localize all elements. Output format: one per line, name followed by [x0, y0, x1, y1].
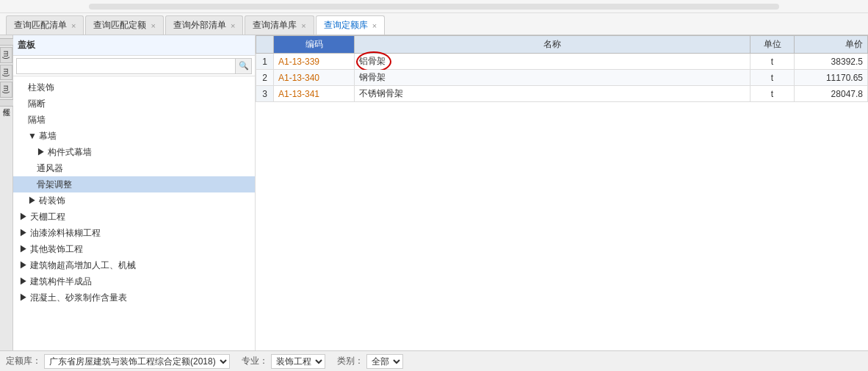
- tree-item[interactable]: 骨架调整: [13, 176, 255, 192]
- tab-tab3[interactable]: 查询外部清单×: [165, 15, 243, 35]
- tab-label: 查询清单库: [253, 19, 297, 32]
- side-label-item[interactable]: 层性: [0, 99, 14, 107]
- col-header-rownum: [256, 36, 274, 54]
- tree-area: 柱装饰隔断隔墙▼ 幕墙▶ 构件式幕墙通风器骨架调整▶ 砖装饰▶ 天棚工程▶ 油漆…: [13, 76, 255, 350]
- col-header-0: 编码: [274, 36, 355, 54]
- tab-close-icon[interactable]: ×: [372, 21, 377, 30]
- specialty-select[interactable]: 装饰工程: [271, 354, 325, 369]
- quota-select[interactable]: 广东省房屋建筑与装饰工程综合定额(2018): [44, 354, 230, 369]
- tree-item[interactable]: ▶ 建筑构件半成品: [13, 273, 255, 289]
- search-input[interactable]: [16, 58, 236, 74]
- tree-item[interactable]: ▶ 砖装饰: [13, 192, 255, 209]
- category-item: 类别： 全部: [337, 354, 403, 369]
- row-unit: t: [751, 54, 795, 70]
- row-number: 1: [256, 54, 274, 70]
- tree-item[interactable]: ▶ 油漆涂料裱糊工程: [13, 225, 255, 241]
- row-price: 11170.65: [795, 70, 868, 86]
- panel-header: 盖板: [13, 35, 255, 56]
- tab-label: 查询定额库: [324, 19, 368, 32]
- row-price: 38392.5: [795, 54, 868, 70]
- tree-item[interactable]: ▶ 其他装饰工程: [13, 241, 255, 257]
- row-unit: t: [751, 70, 795, 86]
- data-table: 编码名称单位单价 1A1-13-339铝骨架t38392.52A1-13-340…: [256, 35, 868, 102]
- col-header-2: 单位: [751, 36, 795, 54]
- row-number: 2: [256, 70, 274, 86]
- tree-item[interactable]: ▶ 天棚工程: [13, 209, 255, 225]
- table-scroll[interactable]: 编码名称单位单价 1A1-13-339铝骨架t38392.52A1-13-340…: [256, 35, 868, 350]
- table-row[interactable]: 3A1-13-341不锈钢骨架t28047.8: [256, 86, 868, 102]
- category-select[interactable]: 全部: [366, 354, 403, 369]
- tab-label: 查询外部清单: [173, 19, 226, 32]
- tab-close-icon[interactable]: ×: [301, 21, 305, 30]
- row-number: 3: [256, 86, 274, 102]
- tree-item[interactable]: ▶ 混凝土、砂浆制作含量表: [13, 289, 255, 306]
- side-label-item[interactable]: m): [0, 82, 12, 98]
- col-header-3: 单价: [795, 36, 868, 54]
- scrollbar-track[interactable]: [89, 4, 778, 10]
- row-name: 铝骨架: [355, 54, 751, 70]
- tree-item[interactable]: ▶ 建筑物超高增加人工、机械: [13, 257, 255, 273]
- tree-item[interactable]: ▶ 构件式幕墙: [13, 144, 255, 160]
- row-name: 钢骨架: [355, 70, 751, 86]
- search-bar: 🔍: [13, 56, 255, 76]
- bottom-bar: 定额库： 广东省房屋建筑与装饰工程综合定额(2018) 专业： 装饰工程 类别：…: [0, 350, 868, 371]
- row-code: A1-13-339: [274, 54, 355, 70]
- search-button[interactable]: 🔍: [236, 58, 252, 74]
- table-row[interactable]: 2A1-13-340钢骨架t11170.65: [256, 70, 868, 86]
- content-area: 志m)m)m)层性 盖板 🔍 柱装饰隔断隔墙▼ 幕墙▶ 构件式幕墙通风器骨架调整…: [0, 35, 868, 350]
- tab-close-icon[interactable]: ×: [231, 21, 235, 30]
- tab-close-icon[interactable]: ×: [71, 21, 76, 30]
- quota-item: 定额库： 广东省房屋建筑与装饰工程综合定额(2018): [6, 354, 230, 369]
- tab-label: 查询匹配清单: [14, 19, 67, 32]
- side-label-item[interactable]: m): [0, 47, 12, 63]
- category-label: 类别：: [337, 355, 364, 367]
- specialty-item: 专业： 装饰工程: [242, 354, 325, 369]
- side-label-item[interactable]: 志: [0, 38, 14, 46]
- tree-item[interactable]: 柱装饰: [13, 79, 255, 96]
- panel-title: 盖板: [18, 39, 35, 51]
- tab-tab5[interactable]: 查询定额库×: [316, 15, 385, 35]
- tree-item[interactable]: ▼ 幕墙: [13, 128, 255, 144]
- row-name: 不锈钢骨架: [355, 86, 751, 102]
- tab-tab2[interactable]: 查询匹配定额×: [85, 15, 163, 35]
- side-label-item[interactable]: m): [0, 65, 12, 81]
- left-panel: 盖板 🔍 柱装饰隔断隔墙▼ 幕墙▶ 构件式幕墙通风器骨架调整▶ 砖装饰▶ 天棚工…: [13, 35, 256, 350]
- tab-label: 查询匹配定额: [93, 19, 146, 32]
- tree-item[interactable]: 通风器: [13, 160, 255, 176]
- tab-close-icon[interactable]: ×: [151, 21, 155, 30]
- main-container: 查询匹配清单×查询匹配定额×查询外部清单×查询清单库×查询定额库× 志m)m)m…: [0, 0, 868, 371]
- tree-item[interactable]: 隔墙: [13, 112, 255, 128]
- col-header-1: 名称: [355, 36, 751, 54]
- row-code: A1-13-340: [274, 70, 355, 86]
- tab-tab4[interactable]: 查询清单库×: [245, 15, 314, 35]
- scrollbar-area[interactable]: [0, 0, 868, 13]
- tree-item[interactable]: 隔断: [13, 96, 255, 112]
- quota-label: 定额库：: [6, 355, 41, 367]
- tab-tab1[interactable]: 查询匹配清单×: [6, 15, 84, 35]
- table-row[interactable]: 1A1-13-339铝骨架t38392.5: [256, 54, 868, 70]
- row-price: 28047.8: [795, 86, 868, 102]
- row-code: A1-13-341: [274, 86, 355, 102]
- tab-bar: 查询匹配清单×查询匹配定额×查询外部清单×查询清单库×查询定额库×: [0, 13, 868, 35]
- specialty-label: 专业：: [242, 355, 268, 367]
- right-panel: 编码名称单位单价 1A1-13-339铝骨架t38392.52A1-13-340…: [256, 35, 868, 350]
- side-labels: 志m)m)m)层性: [0, 35, 13, 350]
- row-unit: t: [751, 86, 795, 102]
